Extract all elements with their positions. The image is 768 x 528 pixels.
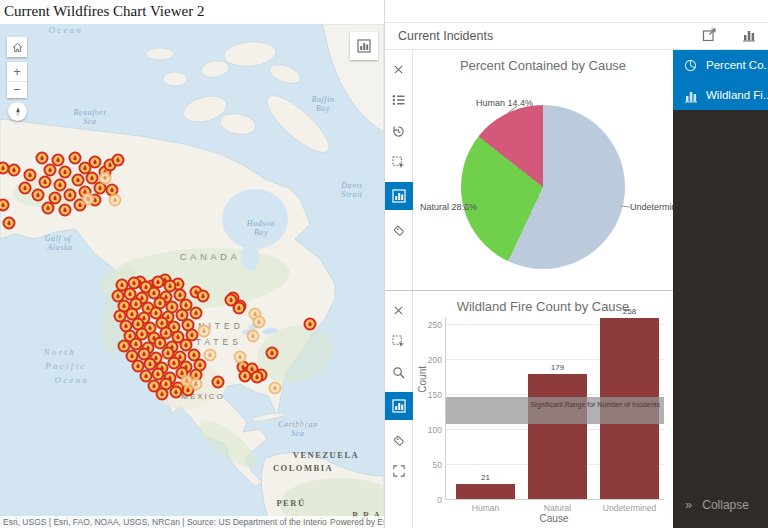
fire-marker[interactable] (82, 193, 95, 206)
fire-marker[interactable] (233, 302, 246, 315)
collapse-button[interactable]: » Collapse (685, 497, 749, 512)
tag-icon[interactable] (385, 219, 413, 241)
tag-icon[interactable] (385, 429, 413, 451)
map-attribution: Esri, USGS | Esri, FAO, NOAA, USGS, NRCa… (0, 515, 384, 528)
tab-wildland-fire-count[interactable]: Wildland Fi... (673, 80, 768, 110)
fire-marker[interactable] (198, 325, 211, 338)
fire-marker[interactable] (190, 378, 203, 391)
pie-chart-title: Percent Contained by Cause (413, 58, 673, 73)
tab-label: Wildland Fi... (706, 89, 768, 101)
panel-body: Percent Contained by Cause Human 14.4% N… (385, 50, 673, 528)
fire-marker[interactable] (234, 351, 247, 364)
map-canvas[interactable]: OceanBeaufortSeaBaffinBayDavisStraitHuds… (0, 24, 384, 528)
pie-chart-section: Percent Contained by Cause Human 14.4% N… (385, 50, 673, 291)
y-tick-label: 200 (418, 355, 442, 365)
fire-marker[interactable] (42, 202, 55, 215)
home-icon (11, 41, 24, 54)
powered-by-esri: Powered by Esri (327, 516, 384, 528)
bar-natural[interactable] (528, 374, 587, 499)
fire-marker[interactable] (3, 217, 16, 230)
chart-mode-icon[interactable] (385, 182, 413, 210)
zoom-to-icon[interactable] (385, 361, 413, 383)
expand-icon[interactable] (385, 460, 413, 482)
significant-range-label: Significant Range for Number of Incident… (530, 401, 660, 408)
fire-marker[interactable] (253, 316, 266, 329)
fire-marker[interactable] (266, 347, 279, 360)
pie-chart-area: Percent Contained by Cause Human 14.4% N… (413, 50, 673, 290)
fire-marker[interactable] (304, 318, 317, 331)
fire-marker[interactable] (59, 166, 72, 179)
bar-human[interactable] (456, 484, 515, 499)
expand-panel-icon[interactable] (702, 28, 718, 44)
significant-range-band: Significant Range for Number of Incident… (446, 397, 664, 424)
fire-marker[interactable] (8, 164, 21, 177)
attribution-text: Esri, USGS | Esri, FAO, NOAA, USGS, NRCa… (0, 516, 327, 528)
column-chart-icon[interactable] (742, 28, 758, 44)
tab-label: Percent Co... (706, 59, 768, 71)
panel-title: Current Incidents (385, 29, 702, 43)
fire-marker[interactable] (32, 189, 45, 202)
x-axis-label: Cause (529, 513, 579, 524)
fire-marker[interactable] (247, 330, 260, 343)
refresh-history-icon[interactable] (385, 120, 413, 142)
bar-chart-toolbar (385, 291, 413, 528)
zoom-out-button[interactable]: − (7, 81, 27, 98)
bar-plot: 05010015020025021Human179Natural258Undet… (445, 317, 664, 500)
fire-marker[interactable] (251, 371, 264, 384)
chevrons-right-icon: » (685, 497, 691, 512)
zoom-in-button[interactable]: + (7, 63, 27, 80)
bar-value-label: 179 (528, 363, 587, 372)
chart-panel: Current Incidents Percent Contained by C… (384, 0, 768, 528)
home-button[interactable] (7, 37, 27, 57)
close-icon[interactable] (385, 58, 413, 80)
widget-list: Percent Co... Wildland Fi... (673, 50, 768, 110)
column-chart-icon (684, 89, 697, 102)
select-features-icon[interactable] (385, 330, 413, 352)
bar-value-label: 21 (456, 473, 515, 482)
fire-marker[interactable] (112, 154, 125, 167)
tab-percent-contained[interactable]: Percent Co... (673, 50, 768, 80)
chart-mode-icon[interactable] (385, 392, 413, 420)
chart-widget-icon (357, 39, 371, 53)
chart-widget-toggle-button[interactable] (350, 32, 378, 60)
fire-marker[interactable] (24, 169, 37, 182)
fire-marker[interactable] (190, 307, 203, 320)
fire-marker[interactable] (19, 182, 32, 195)
fire-marker[interactable] (269, 382, 282, 395)
fire-marker[interactable] (170, 386, 183, 399)
fire-marker[interactable] (109, 194, 122, 207)
y-tick-label: 0 (418, 495, 442, 505)
fire-marker[interactable] (197, 290, 210, 303)
close-icon[interactable] (385, 299, 413, 321)
zoom-control: + − (7, 62, 27, 98)
app-window: Current Wildfires Chart Viewer 2 (0, 0, 768, 528)
collapse-label: Collapse (702, 498, 749, 512)
fire-marker[interactable] (212, 376, 225, 389)
bar-chart-section: Wildland Fire Count by Cause Count 05010… (385, 291, 673, 528)
y-tick-label: 100 (418, 425, 442, 435)
fire-marker[interactable] (36, 152, 49, 165)
compass-icon (12, 106, 24, 118)
x-tick-label: Undetermined (595, 503, 665, 513)
pie-label-undetermined: Undetermine... 5 (630, 202, 674, 212)
legend-icon[interactable] (385, 89, 413, 111)
pie-chart-toolbar (385, 50, 413, 290)
y-tick-label: 50 (418, 460, 442, 470)
fire-marker[interactable] (204, 349, 217, 362)
bar-chart-area: Wildland Fire Count by Cause Count 05010… (413, 291, 673, 528)
pie-label-human: Human 14.4% (476, 98, 533, 108)
fire-marker[interactable] (72, 174, 85, 187)
bar-value-label: 258 (600, 307, 659, 316)
select-features-icon[interactable] (385, 151, 413, 173)
fire-marker[interactable] (39, 176, 52, 189)
pie-chart-icon (684, 59, 697, 72)
basemap-land (0, 24, 384, 528)
x-tick-label: Natural (523, 503, 593, 513)
fire-marker[interactable] (156, 388, 169, 401)
fire-marker[interactable] (59, 204, 72, 217)
y-tick-label: 150 (418, 390, 442, 400)
compass-button[interactable] (8, 102, 27, 121)
pie-chart[interactable] (461, 105, 625, 269)
x-tick-label: Human (451, 503, 521, 513)
fire-marker[interactable] (99, 172, 112, 185)
